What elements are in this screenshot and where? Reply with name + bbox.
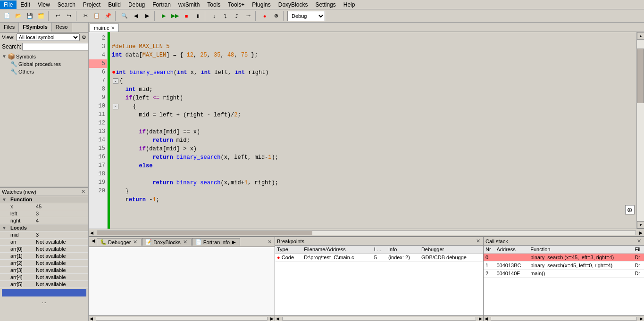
line-num-13: 13 (89, 127, 107, 136)
bp-panel-close-button[interactable]: ✕ (475, 238, 481, 244)
bp-hscroll[interactable]: ◀ ▶ (275, 315, 483, 321)
menu-doxyblocks[interactable]: DoxyBlocks (275, 0, 312, 9)
watches-scroll[interactable]: ▼ Function x 45 left 3 (0, 196, 88, 321)
view-dropdown[interactable]: All local symbol (17, 33, 80, 41)
find-button[interactable]: 🔍 (119, 11, 130, 21)
menu-debug[interactable]: Debug (125, 0, 149, 9)
fold-9-icon[interactable]: - (113, 104, 118, 109)
search-input[interactable] (22, 43, 88, 50)
more-button[interactable]: ... (0, 297, 88, 305)
find-prev-button[interactable]: ◀ (131, 11, 141, 21)
tree-root-symbols[interactable]: ▼ 📦 Symbols (1, 52, 87, 60)
fold-6-icon[interactable]: - (113, 78, 118, 84)
new-button[interactable]: 📄 (2, 11, 12, 21)
hscroll-left-button[interactable]: ◀ (89, 230, 95, 235)
save-button[interactable]: 💾 (25, 11, 35, 21)
debugger-tab-close-icon[interactable]: ✕ (132, 239, 138, 245)
left-tab-bar: Files FSymbols Reso (0, 23, 88, 33)
expand-symbols-icon[interactable]: ▼ (2, 54, 7, 59)
tab-reso[interactable]: Reso (52, 23, 72, 32)
cs-row-2-nr: 2 (484, 270, 494, 278)
next-line-button[interactable]: ↓ (209, 11, 219, 21)
cs-row-0[interactable]: 0 binary_search (x=45, left=3, right=4) … (484, 254, 644, 262)
horizontal-scrollbar[interactable]: ◀ ▶ (89, 229, 644, 236)
build-type-dropdown[interactable]: Debug (287, 11, 325, 21)
menu-edit[interactable]: Edit (17, 0, 34, 9)
editor-tab-close-icon[interactable]: ✕ (111, 25, 115, 31)
run-to-cursor-button[interactable]: ⤏ (243, 11, 253, 21)
bp-scroll-left-button[interactable]: ◀ (275, 316, 280, 321)
menu-view[interactable]: View (34, 0, 54, 9)
logs-scroll-track[interactable] (96, 317, 268, 321)
logs-content[interactable] (89, 247, 275, 315)
step-out-button[interactable]: ⤴ (232, 11, 242, 21)
menu-build[interactable]: Build (104, 0, 125, 9)
logs-next-tab-button[interactable]: ▶ (231, 239, 237, 245)
others-label: Others (18, 69, 34, 74)
menu-project[interactable]: Project (79, 0, 104, 9)
menu-toolsplus[interactable]: Tools+ (224, 0, 248, 9)
cs-row-1[interactable]: 1 004013BC binary_search(x=45, left=0, r… (484, 262, 644, 270)
cut-button[interactable]: ✂ (80, 11, 91, 21)
cs-hscroll[interactable]: ◀ ▶ (484, 315, 644, 321)
save-all-button[interactable]: 🗂️ (36, 11, 46, 21)
toggle-bp-button[interactable]: ● (259, 11, 270, 21)
tree-global-procedures[interactable]: 🔧 Global procedures (1, 60, 87, 68)
code-editor[interactable]: #define MAX_LEN 5 int data[MAX_LEN] = { … (110, 32, 636, 229)
hscroll-track[interactable] (97, 230, 636, 235)
function-expand-icon[interactable]: ▼ (2, 197, 7, 202)
bp-row-0[interactable]: ● Code D:\prog\test_C\main.c 5 (index: 2… (275, 254, 483, 262)
menu-tools[interactable]: Tools (203, 0, 224, 9)
locals-expand-icon[interactable]: ▼ (2, 225, 7, 230)
stop-button[interactable]: ■ (181, 11, 192, 21)
doxyblocks-tab-close-icon[interactable]: ✕ (182, 239, 188, 245)
debug-run-button[interactable]: ▶▶ (170, 11, 180, 21)
tree-others[interactable]: 🔧 Others (1, 68, 87, 75)
scroll-down-button[interactable]: ▼ (637, 221, 644, 229)
undo-button[interactable]: ↩ (52, 11, 63, 21)
open-button[interactable]: 📂 (13, 11, 24, 21)
tab-files[interactable]: Files (0, 23, 19, 32)
watches-close-button[interactable]: ✕ (80, 189, 86, 195)
menu-plugins[interactable]: Plugins (248, 0, 274, 9)
paste-button[interactable]: 📌 (103, 11, 113, 21)
find-next-button[interactable]: ▶ (142, 11, 152, 21)
editor-tab-mainc[interactable]: main.c ✕ (90, 24, 119, 32)
vertical-scrollbar[interactable]: ▲ ▼ (636, 32, 644, 229)
menu-wxsmith[interactable]: wxSmith (175, 0, 203, 9)
menu-fortran[interactable]: Fortran (149, 0, 175, 9)
menu-file[interactable]: File (0, 0, 17, 9)
logs-scroll-right-button[interactable]: ▶ (269, 316, 275, 321)
hscroll-thumb[interactable] (97, 231, 312, 235)
run-button[interactable]: ▶ (159, 11, 169, 21)
clear-bp-button[interactable]: ⊗ (271, 11, 281, 21)
menu-settings[interactable]: Settings (311, 0, 339, 9)
logs-prev-tab-button[interactable]: ◀ (91, 238, 96, 246)
copy-button[interactable]: 📋 (92, 11, 102, 21)
bp-scroll-track[interactable] (282, 317, 476, 321)
bp-scroll-right-button[interactable]: ▶ (478, 316, 483, 321)
menu-help[interactable]: Help (340, 0, 359, 9)
filter-icon[interactable]: ⚙ (82, 34, 86, 41)
cs-scroll-left-button[interactable]: ◀ (484, 316, 489, 321)
scroll-thumb[interactable] (637, 49, 644, 103)
hscroll-right-button[interactable]: ▶ (638, 230, 644, 235)
redo-button[interactable]: ↪ (64, 11, 74, 21)
tab-fsymbols[interactable]: FSymbols (19, 23, 52, 32)
logs-tab-doxyblocks[interactable]: 📝 DoxyBlocks ✕ (142, 238, 191, 246)
step-in-button[interactable]: ⤵ (220, 11, 231, 21)
pause-button[interactable]: ⏸ (192, 11, 203, 21)
scroll-track[interactable] (637, 40, 644, 221)
cs-row-2[interactable]: 2 0040140F main() D: (484, 270, 644, 278)
cs-panel-close-button[interactable]: ✕ (636, 238, 642, 244)
logs-scroll-left-button[interactable]: ◀ (89, 316, 94, 321)
logs-panel-close-button[interactable]: ✕ (267, 239, 273, 245)
logs-hscroll[interactable]: ◀ ▶ (89, 315, 275, 321)
menu-search[interactable]: Search (54, 0, 79, 9)
cs-scroll-right-button[interactable]: ▶ (639, 316, 644, 321)
logs-tab-fortran[interactable]: 📄 Fortran info ▶ (192, 238, 240, 246)
scroll-up-button[interactable]: ▲ (637, 32, 644, 40)
logs-tab-debugger[interactable]: 🐛 Debugger ✕ (97, 238, 142, 246)
move-cursor-widget[interactable]: ⊕ (625, 205, 635, 214)
cs-scroll-track[interactable] (491, 317, 637, 321)
